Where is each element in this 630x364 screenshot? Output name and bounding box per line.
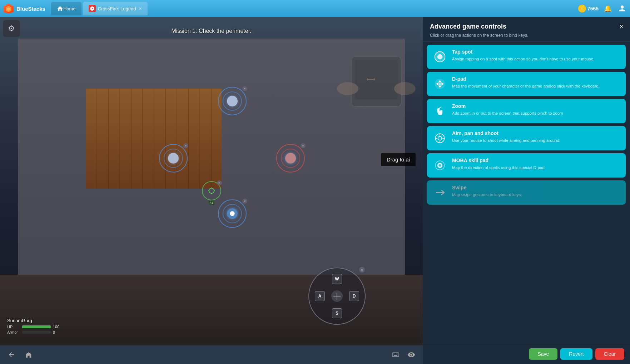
container-box bbox=[86, 89, 222, 189]
settings-button[interactable]: ⚙ bbox=[3, 20, 20, 37]
back-button[interactable] bbox=[6, 349, 17, 360]
control-card-dpad[interactable]: D-pad Map the movement of your character… bbox=[427, 72, 626, 96]
dpad-control[interactable]: × W A D S bbox=[308, 268, 366, 325]
main-content: ⚙ Mission 1: Check the perimeter. ⟷ × bbox=[0, 17, 630, 364]
aim-control[interactable]: × F1 bbox=[202, 181, 221, 200]
svg-rect-16 bbox=[392, 353, 399, 357]
tab-crossfire-label: CrossFire: Legend bbox=[98, 6, 136, 11]
coin-icon: 🪙 bbox=[578, 5, 586, 13]
dpad-center bbox=[331, 290, 343, 302]
svg-rect-5 bbox=[355, 60, 398, 99]
bluestacks-logo bbox=[3, 3, 14, 14]
swipe-title: Swipe bbox=[452, 185, 621, 190]
game-area: ⚙ Mission 1: Check the perimeter. ⟷ × bbox=[0, 17, 423, 364]
tab-home-label: Home bbox=[63, 6, 76, 11]
tap-spot-right[interactable]: × bbox=[276, 144, 305, 173]
crossfire-tab-icon bbox=[89, 5, 96, 12]
keyboard-button[interactable] bbox=[390, 349, 401, 360]
zoom-card-text: Zoom Add zoom in or out to the screen th… bbox=[452, 103, 621, 116]
moba-title: MOBA skill pad bbox=[452, 158, 621, 163]
notification-bell-icon[interactable]: 🔔 bbox=[603, 4, 613, 14]
player-info: SonamGarg HP 100 Armor 0 bbox=[7, 318, 59, 335]
header-right: 🪙 7565 🔔 bbox=[578, 4, 627, 14]
dpad-card-text: D-pad Map the movement of your character… bbox=[452, 76, 621, 89]
save-button[interactable]: Save bbox=[529, 348, 557, 360]
right-panel: Advanced game controls Click or drag the… bbox=[423, 17, 630, 364]
zoom-title: Zoom bbox=[452, 103, 621, 109]
revert-button[interactable]: Revert bbox=[560, 348, 592, 360]
panel-close-button[interactable]: × bbox=[617, 22, 626, 31]
bottom-bar bbox=[0, 345, 423, 364]
mission-text: Mission 1: Check the perimeter. bbox=[171, 28, 251, 34]
container-lines bbox=[86, 89, 222, 189]
gear-icon: ⚙ bbox=[8, 24, 15, 33]
hp-label: HP bbox=[7, 325, 20, 329]
tap-spot-bottom[interactable]: × bbox=[218, 199, 247, 228]
title-bar: BlueStacks Home CrossFire: Legend × 🪙 75… bbox=[0, 0, 630, 17]
drag-to-aim-banner: Drag to ai bbox=[381, 153, 416, 166]
remove-tap-spot-top[interactable]: × bbox=[242, 86, 247, 91]
svg-point-28 bbox=[437, 54, 442, 59]
tap-spot-top[interactable]: × bbox=[218, 87, 247, 115]
home-tab-icon bbox=[57, 5, 63, 12]
moba-card-text: MOBA skill pad Map the direction of spel… bbox=[452, 158, 621, 170]
armor-label: Armor bbox=[7, 330, 20, 334]
phone-illustration: ⟷ bbox=[330, 53, 423, 110]
tap-spot-card-text: Tap spot Assign tapping on a spot with t… bbox=[452, 49, 621, 62]
remove-aim-control[interactable]: × bbox=[217, 180, 222, 185]
zoom-desc: Add zoom in or out to the screen that su… bbox=[452, 110, 621, 116]
coin-display: 🪙 7565 bbox=[578, 5, 599, 13]
hp-fill bbox=[22, 325, 51, 328]
tap-spot-title: Tap spot bbox=[452, 49, 621, 55]
tab-home[interactable]: Home bbox=[51, 2, 81, 15]
visibility-button[interactable] bbox=[406, 349, 417, 360]
hp-stat-row: HP 100 bbox=[7, 325, 59, 329]
panel-header: Advanced game controls Click or drag the… bbox=[423, 17, 630, 42]
svg-point-7 bbox=[394, 82, 416, 95]
dpad-title: D-pad bbox=[452, 76, 621, 82]
user-avatar-icon[interactable] bbox=[617, 4, 627, 14]
svg-text:⟷: ⟷ bbox=[366, 76, 376, 83]
control-card-tap-spot[interactable]: Tap spot Assign tapping on a spot with t… bbox=[427, 45, 626, 69]
tab-crossfire[interactable]: CrossFire: Legend × bbox=[83, 2, 148, 15]
panel-subtitle: Click or drag the actions on the screen … bbox=[430, 33, 623, 39]
control-card-aim[interactable]: Aim, pan and shoot Use your mouse to sho… bbox=[427, 126, 626, 150]
panel-actions: Save Revert Clear bbox=[423, 344, 630, 364]
remove-tap-spot-right[interactable]: × bbox=[301, 143, 306, 148]
hp-bar bbox=[22, 325, 51, 328]
remove-dpad[interactable]: × bbox=[359, 267, 365, 273]
home-button[interactable] bbox=[23, 349, 34, 360]
tab-crossfire-close[interactable]: × bbox=[139, 6, 142, 11]
svg-rect-25 bbox=[397, 354, 398, 354]
hp-value: 100 bbox=[53, 325, 59, 329]
panel-title: Advanced game controls bbox=[430, 23, 623, 30]
svg-point-6 bbox=[337, 82, 358, 95]
svg-point-34 bbox=[438, 83, 441, 85]
remove-tap-spot-left[interactable]: × bbox=[183, 143, 188, 148]
zoom-icon bbox=[432, 103, 448, 119]
svg-point-43 bbox=[438, 164, 441, 166]
control-card-swipe[interactable]: Swipe Map swipe gestures to keyboard key… bbox=[427, 180, 626, 205]
aim-card-text: Aim, pan and shoot Use your mouse to sho… bbox=[452, 130, 621, 143]
tap-spot-desc: Assign tapping on a spot with this actio… bbox=[452, 56, 621, 62]
dpad-desc: Map the movement of your character or th… bbox=[452, 83, 621, 89]
dpad-key-s: S bbox=[332, 308, 342, 318]
player-name: SonamGarg bbox=[7, 318, 59, 323]
clear-button[interactable]: Clear bbox=[595, 348, 624, 360]
aim-desc: Use your mouse to shoot while aiming and… bbox=[452, 138, 621, 143]
svg-point-36 bbox=[438, 136, 442, 140]
app-brand: BlueStacks bbox=[16, 6, 45, 12]
armor-stat-row: Armor 0 bbox=[7, 330, 59, 334]
coin-value: 7565 bbox=[587, 6, 599, 11]
tap-spot-left[interactable]: × bbox=[159, 144, 188, 173]
dpad-icon bbox=[432, 76, 448, 92]
swipe-desc: Map swipe gestures to keyboard keys. bbox=[452, 192, 621, 198]
swipe-icon bbox=[432, 185, 448, 200]
dpad-key-d: D bbox=[349, 291, 359, 301]
remove-tap-spot-bottom[interactable]: × bbox=[242, 199, 247, 204]
control-card-zoom[interactable]: Zoom Add zoom in or out to the screen th… bbox=[427, 99, 626, 123]
control-card-moba[interactable]: MOBA skill pad Map the direction of spel… bbox=[427, 153, 626, 178]
moba-desc: Map the direction of spells using this s… bbox=[452, 165, 621, 170]
drag-to-aim-text: Drag to ai bbox=[387, 156, 410, 163]
dpad-key-a: A bbox=[315, 291, 325, 301]
